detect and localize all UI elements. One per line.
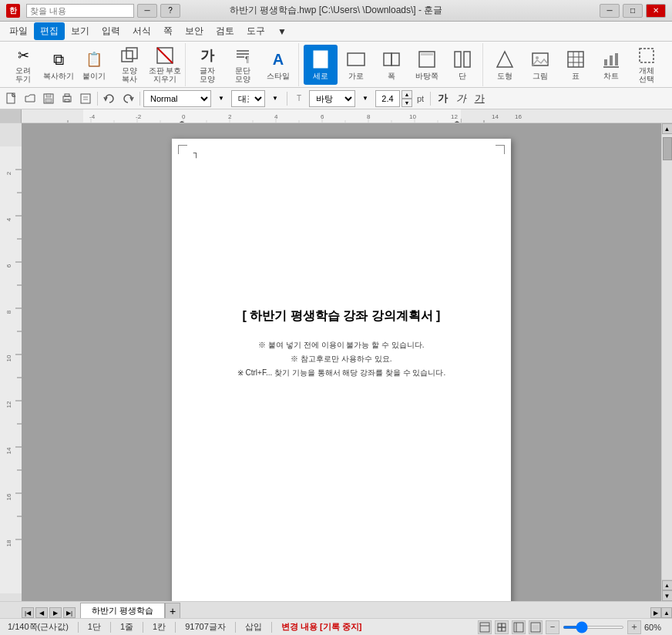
shape-copy-button[interactable]: 모양복사 [113,45,146,85]
font-size-input[interactable] [375,90,400,107]
open-button[interactable] [22,90,39,107]
dan-label: 단 [459,72,466,80]
chart-button[interactable]: 차트 [594,45,628,85]
window-title: 하반기 평생학습.hwp [C:\Users\ \Downloads\] - 훈… [230,4,443,17]
undo-button[interactable] [101,90,118,107]
style-button[interactable]: A 스타일 [261,45,295,85]
tab-nav-first[interactable]: |◀ [22,607,34,618]
document-page: ┐ [ 하반기 평생학습 강좌 강의계획서 ] ※ 붙여 넣기 전에 이용이 불… [172,139,511,601]
svg-marker-16 [497,52,512,67]
italic-button[interactable]: 가 [452,90,469,107]
para-shape-icon: ¶ [232,46,254,65]
font-size-spin[interactable]: ▲ ▼ [402,90,412,107]
scroll-up-btn[interactable]: ▲ [662,123,673,134]
menu-review[interactable]: 검토 [210,22,240,40]
svg-text:8: 8 [5,310,12,314]
svg-rect-37 [65,99,69,102]
svg-text:6: 6 [5,264,12,267]
title-search-input[interactable] [26,4,134,18]
help-btn[interactable]: ? [160,4,180,18]
format-bar: Normal ▼ 대표 ▼ T 바탕 ▼ ▲ ▼ pt 가 가 가 [0,88,672,109]
font-size-up[interactable]: ▲ [402,90,412,99]
menu-page[interactable]: 쪽 [157,22,179,40]
table-button[interactable]: 표 [559,45,593,85]
redo-button[interactable] [119,90,136,107]
para-dropdown-btn[interactable]: ▼ [267,90,284,107]
menu-edit[interactable]: 편집 [34,22,65,40]
fmt-sep1 [97,92,98,106]
picture-button[interactable]: 그림 [523,45,557,85]
zoom-in-btn[interactable]: ＋ [627,620,641,634]
document-title: [ 하반기 평생학습 강좌 강의계획서 ] [243,308,441,324]
garo-button[interactable]: 가로 [339,45,373,85]
obj-protect-button[interactable]: 개체보호 [665,45,672,85]
font-select[interactable]: 바탕 [309,90,355,107]
zoom-slider-input[interactable] [563,626,624,629]
status-sep3 [143,622,143,633]
markup-remove-button[interactable]: 조판 부호지우기 [148,45,182,85]
menu-tools[interactable]: 도구 [240,22,271,40]
ruler-area: -4 -2 0 2 4 6 8 10 12 14 16 [0,109,672,123]
tab-nav-last[interactable]: ▶| [63,607,76,618]
char-shape-button[interactable]: 가 글자모양 [190,45,224,85]
save-button[interactable] [40,90,57,107]
copy-label: 복사하기 [43,72,74,80]
menu-input[interactable]: 입력 [96,22,126,40]
minimize-btn[interactable]: ─ [137,4,157,18]
menu-more[interactable]: ▼ [271,24,293,39]
svg-text:4: 4 [274,113,278,120]
font-size-unit-label: pt [414,94,427,103]
new-doc-button[interactable] [3,90,20,107]
dan-button[interactable]: 단 [445,45,479,85]
change-info[interactable]: 변경 내용 [기록 중지] [278,621,365,633]
document-tab-1[interactable]: 하반기 평생학습 [80,603,165,618]
zoom-out-btn[interactable]: － [546,620,559,634]
svg-text:14: 14 [492,113,499,120]
scroll-thumb[interactable] [663,137,672,160]
copy-button[interactable]: ⧉ 복사하기 [42,45,76,85]
tab-add-button[interactable]: + [165,603,180,618]
dan-icon [452,49,473,70]
cut-button[interactable]: ✂ 오려두기 [6,45,40,85]
font-dropdown-btn[interactable]: ▼ [357,90,374,107]
para-size-select[interactable]: 대표 [231,90,265,107]
scroll-up2-btn[interactable]: ▲ [662,580,673,590]
svg-text:¶: ¶ [245,55,249,64]
scroll-down-btn[interactable]: ▼ [662,590,673,601]
tab-nav-prev[interactable]: ◀ [35,607,48,618]
para-shape-button[interactable]: ¶ 문단모양 [226,45,260,85]
shape2-button[interactable]: 도형 [488,45,522,85]
tab-scroll-expand[interactable]: ▲ [661,607,672,618]
title-bar: 한 하반기 평생학습.hwp [C:\Users\ \Downloads\] -… [0,0,672,22]
sero-button[interactable]: 세로 [304,45,338,85]
menu-file[interactable]: 파일 [3,22,34,40]
paste-button[interactable]: 📋 붙이기 [77,45,111,85]
char-shape-icon: 가 [197,46,218,65]
bg-button[interactable]: 바탕쪽 [410,45,444,85]
table-icon [565,49,586,70]
underline-button[interactable]: 가 [471,90,488,107]
winmax-btn[interactable]: □ [623,4,643,18]
document-scroll[interactable]: ┐ [ 하반기 평생학습 강좌 강의계획서 ] ※ 붙여 넣기 전에 이용이 불… [22,123,661,601]
tab-nav-next[interactable]: ▶ [49,607,62,618]
width-button[interactable]: 폭 [375,45,408,85]
bold-button[interactable]: 가 [434,90,451,107]
obj-select-button[interactable]: 개체선택 [630,45,664,85]
menu-security[interactable]: 보안 [179,22,210,40]
menu-view[interactable]: 보기 [65,22,96,40]
winmin-btn[interactable]: ─ [600,4,620,18]
print-button[interactable] [59,90,76,107]
style-select[interactable]: Normal [143,90,211,107]
winclose-btn[interactable]: ✕ [646,4,666,18]
status-icon-4[interactable] [529,620,543,634]
insert-mode: 삽입 [242,621,265,633]
tab-scroll-right[interactable]: ▶ [650,607,661,618]
content-area: 2 4 6 8 10 12 14 16 18 ┐ [0,123,672,601]
status-icon-1[interactable] [478,620,492,634]
status-icon-3[interactable] [512,620,526,634]
font-size-down[interactable]: ▼ [402,99,412,107]
status-icon-2[interactable] [495,620,509,634]
preview-button[interactable] [77,90,94,107]
menu-format[interactable]: 서식 [126,22,157,40]
style-dropdown-btn[interactable]: ▼ [213,90,230,107]
